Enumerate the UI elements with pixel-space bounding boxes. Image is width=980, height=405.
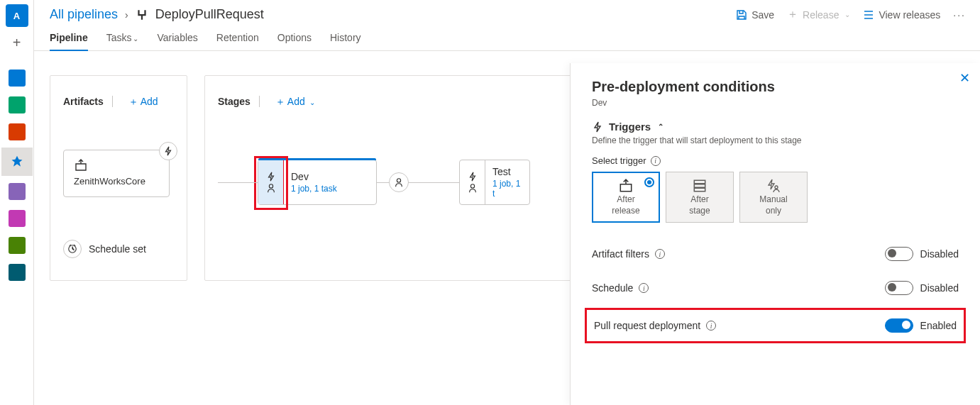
pr-deployment-state: Enabled — [920, 320, 957, 331]
panel-title: Pre-deployment conditions — [592, 79, 959, 95]
plus-icon: ＋ — [787, 7, 798, 22]
close-icon[interactable]: ✕ — [959, 70, 970, 86]
info-icon[interactable]: i — [655, 249, 665, 259]
view-releases-button[interactable]: View releases — [863, 9, 940, 21]
add-stage-label: Add — [287, 96, 305, 107]
rocket-icon — [10, 155, 24, 169]
bolt-icon — [592, 121, 603, 133]
stages-title: Stages — [218, 96, 250, 107]
chevron-down-icon: ⌄ — [309, 99, 315, 106]
bolt-icon — [468, 172, 478, 182]
pipeline-icon — [136, 9, 148, 21]
pre-deployment-panel: ✕ Pre-deployment conditions Dev Triggers… — [570, 63, 980, 405]
tab-retention[interactable]: Retention — [216, 32, 259, 50]
artifacts-card: Artifacts ＋ Add ZenithWorksCore — [50, 75, 187, 281]
schedule-row: Schedule i Disabled — [592, 271, 959, 305]
person-icon — [394, 177, 404, 187]
breadcrumb: All pipelines › DeployPullRequest — [50, 7, 264, 22]
tab-bar: Pipeline Tasks⌄ Variables Retention Opti… — [34, 25, 980, 51]
add-stage-button[interactable]: ＋ Add ⌄ — [275, 96, 315, 107]
sidebar-item-8[interactable] — [6, 261, 28, 284]
pre-deployment-conditions-button[interactable] — [460, 160, 485, 204]
pr-deployment-row: Pull request deployment i Enabled — [594, 316, 957, 335]
left-sidebar: A + — [0, 0, 34, 405]
pr-deployment-toggle[interactable] — [885, 318, 913, 333]
stage-dev[interactable]: Dev 1 job, 1 task — [258, 160, 377, 205]
artifact-filters-toggle[interactable] — [885, 247, 913, 261]
stage-jobs-link[interactable]: 1 job, 1 t — [492, 179, 522, 199]
add-artifact-button[interactable]: ＋ Add — [128, 96, 158, 107]
info-icon[interactable]: i — [651, 156, 661, 166]
plus-icon: ＋ — [275, 96, 285, 107]
top-bar: All pipelines › DeployPullRequest Save ＋… — [34, 0, 980, 25]
svg-point-3 — [470, 184, 474, 188]
triggers-header[interactable]: Triggers ⌃ — [592, 121, 959, 133]
stage-name: Dev — [291, 171, 369, 182]
sidebar-item-pipelines[interactable] — [1, 148, 33, 176]
save-button[interactable]: Save — [736, 9, 774, 21]
tab-tasks-label: Tasks — [106, 32, 132, 43]
artifact-filters-state: Disabled — [920, 248, 959, 260]
sidebar-item-7[interactable] — [6, 234, 28, 257]
svg-point-2 — [397, 179, 400, 182]
trigger-after-stage[interactable]: After stage — [666, 172, 734, 223]
build-icon — [74, 159, 88, 172]
add-artifact-label: Add — [141, 96, 158, 107]
person-icon — [468, 183, 478, 193]
tab-pipeline[interactable]: Pipeline — [50, 32, 88, 50]
trigger-manual-only[interactable]: Manual only — [739, 172, 808, 223]
post-deployment-conditions-button[interactable] — [389, 172, 409, 192]
bolt-icon — [266, 172, 276, 182]
chevron-up-icon: ⌃ — [658, 123, 664, 131]
release-label: Release — [803, 9, 839, 21]
svg-point-4 — [775, 186, 778, 189]
save-label: Save — [751, 9, 774, 21]
radio-selected-icon — [644, 177, 654, 187]
schedule-item[interactable]: Schedule set — [63, 240, 174, 258]
pr-deployment-label: Pull request deployment — [594, 320, 700, 331]
server-icon — [692, 179, 708, 193]
breadcrumb-pipeline-name: DeployPullRequest — [155, 7, 264, 22]
tab-options[interactable]: Options — [277, 32, 312, 50]
tab-variables[interactable]: Variables — [157, 32, 197, 50]
artifact-trigger-icon[interactable] — [159, 142, 177, 160]
svg-point-1 — [269, 184, 272, 188]
sidebar-item-6[interactable] — [6, 207, 28, 230]
chevron-down-icon: ⌄ — [133, 35, 138, 43]
pre-deployment-conditions-button[interactable] — [258, 160, 284, 204]
chevron-down-icon: ⌄ — [844, 11, 850, 18]
view-releases-label: View releases — [879, 9, 940, 21]
select-trigger-label: Select trigger — [592, 155, 646, 166]
list-icon — [863, 9, 874, 21]
sidebar-item-1[interactable] — [6, 67, 28, 89]
org-badge[interactable]: A — [6, 4, 28, 27]
info-icon[interactable]: i — [706, 321, 716, 331]
stage-test[interactable]: Test 1 job, 1 t — [459, 160, 530, 205]
schedule-label: Schedule — [592, 282, 633, 294]
info-icon[interactable]: i — [639, 283, 649, 293]
artifact-name: ZenithWorksCore — [74, 176, 160, 187]
save-icon — [736, 9, 747, 21]
sidebar-item-2[interactable] — [6, 94, 28, 116]
artifact-filters-row: Artifact filters i Disabled — [592, 237, 959, 271]
stage-name: Test — [492, 166, 522, 177]
build-icon — [618, 179, 634, 193]
plus-icon: ＋ — [128, 96, 138, 107]
sidebar-item-5[interactable] — [6, 180, 28, 203]
new-project-icon[interactable]: + — [6, 31, 28, 54]
panel-stage-name: Dev — [592, 98, 959, 108]
schedule-label: Schedule set — [89, 243, 146, 255]
schedule-toggle[interactable] — [885, 281, 913, 295]
highlight-box: Pull request deployment i Enabled — [585, 308, 966, 343]
tab-tasks[interactable]: Tasks⌄ — [106, 32, 139, 50]
breadcrumb-all-pipelines[interactable]: All pipelines — [50, 7, 118, 22]
tab-history[interactable]: History — [330, 32, 361, 50]
clock-icon — [63, 240, 82, 258]
more-menu[interactable]: ··· — [953, 9, 966, 21]
triggers-title: Triggers — [609, 121, 651, 133]
trigger-after-release[interactable]: After release — [592, 172, 660, 223]
artifact-item[interactable]: ZenithWorksCore — [63, 150, 170, 197]
artifacts-title: Artifacts — [63, 96, 104, 107]
sidebar-item-3[interactable] — [6, 121, 28, 143]
stage-jobs-link[interactable]: 1 job, 1 task — [291, 184, 369, 194]
